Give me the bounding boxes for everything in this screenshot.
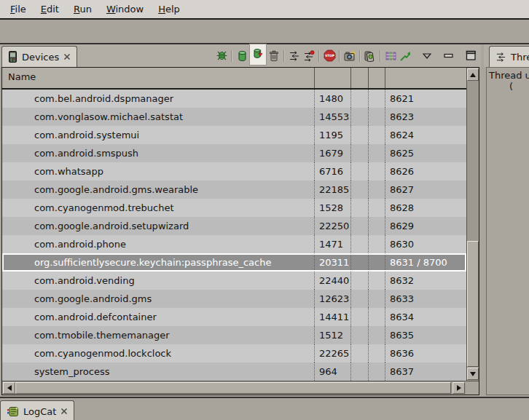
cell-pid: 1195 — [314, 126, 350, 144]
cell-name: com.google.android.gms.wearable — [2, 181, 314, 199]
screen-capture-icon[interactable] — [342, 49, 357, 63]
threads-message-line2: ( — [487, 81, 529, 92]
systrace-icon[interactable] — [383, 49, 398, 63]
threads-icon — [495, 52, 506, 63]
update-threads-icon[interactable] — [287, 49, 302, 63]
cell-name: com.android.vending — [2, 272, 314, 290]
cell-pid: 22440 — [314, 272, 350, 290]
scroll-right-button[interactable] — [452, 382, 465, 394]
arrow-down-icon — [470, 372, 476, 376]
cell-empty-1 — [350, 362, 368, 381]
cell-empty-1 — [350, 235, 368, 253]
tab-devices[interactable]: Devices — [1, 46, 77, 67]
cell-empty-2 — [368, 253, 385, 272]
cell-name: com.bel.android.dspmanager — [2, 90, 314, 108]
device-views-icon[interactable] — [363, 49, 377, 63]
cell-empty-1 — [350, 272, 368, 290]
cell-empty-1 — [350, 108, 368, 126]
devices-panel: Devices — [0, 44, 481, 397]
opengl-trace-icon[interactable] — [398, 49, 412, 63]
maximize-icon[interactable] — [463, 49, 478, 63]
menu-file[interactable]: File — [3, 1, 34, 17]
cell-name: com.vonglasow.michael.satstat — [2, 108, 314, 126]
column-divider[interactable] — [368, 68, 369, 88]
device-client-row[interactable]: com.android.systemui 1195 8624 — [2, 126, 466, 144]
device-client-row[interactable]: com.google.android.gms.wearable 22185 86… — [2, 181, 466, 199]
column-header-name[interactable]: Name — [8, 71, 36, 82]
device-client-row[interactable]: com.google.android.gms 12623 8633 — [2, 290, 466, 308]
close-icon[interactable] — [60, 408, 68, 415]
stop-process-icon[interactable]: STOP — [322, 49, 337, 63]
column-divider[interactable] — [385, 68, 385, 88]
cell-port: 8625 — [385, 144, 466, 162]
start-method-profiling-icon[interactable] — [302, 49, 316, 63]
cell-empty-2 — [368, 326, 385, 344]
menu-edit[interactable]: Edit — [34, 1, 66, 17]
device-client-row[interactable]: com.cyanogenmod.trebuchet 1528 8628 — [2, 199, 466, 217]
cell-name: com.android.phone — [2, 235, 314, 253]
close-icon[interactable] — [63, 53, 71, 60]
scroll-down-button[interactable] — [467, 368, 479, 380]
cell-empty-2 — [368, 362, 385, 381]
cell-port: 8635 — [385, 326, 466, 344]
arrow-up-icon — [470, 73, 476, 77]
device-client-row[interactable]: system_process 964 8637 — [2, 362, 466, 381]
update-heap-icon[interactable] — [235, 49, 249, 63]
view-menu-icon[interactable] — [420, 49, 434, 63]
devices-table-header: Name — [2, 68, 479, 90]
toolbar-separator — [380, 50, 381, 62]
threads-tabbar: Threads — [484, 44, 529, 67]
menu-run[interactable]: Run — [66, 1, 99, 17]
device-client-row[interactable]: com.android.defcontainer 14411 8634 — [2, 308, 466, 326]
device-client-row[interactable]: com.google.android.setupwizard 22250 862… — [2, 217, 466, 235]
cell-port: 8634 — [385, 308, 466, 326]
column-divider[interactable] — [314, 68, 315, 88]
toolbar-separator — [339, 50, 340, 62]
devices-toolbar: STOP — [214, 44, 478, 67]
vertical-scrollbar[interactable] — [466, 68, 479, 381]
scroll-left-button[interactable] — [3, 382, 15, 394]
cell-name: org.sufficientlysecure.keychain:passphra… — [2, 253, 314, 272]
menu-help[interactable]: Help — [151, 1, 187, 17]
toolbar-separator — [359, 50, 361, 62]
arrow-left-icon — [7, 385, 12, 391]
cell-port: 8631 / 8700 — [385, 253, 466, 272]
cause-gc-icon[interactable] — [267, 49, 281, 63]
device-client-row[interactable]: com.bel.android.dspmanager 1480 8621 — [2, 90, 466, 108]
device-client-row[interactable]: org.sufficientlysecure.keychain:passphra… — [2, 253, 466, 272]
cell-pid: 14553 — [314, 108, 350, 126]
device-client-row[interactable]: com.whatsapp 6716 8626 — [2, 162, 466, 181]
menu-window[interactable]: Window — [99, 1, 151, 17]
device-client-row[interactable]: com.cyanogenmod.lockclock 22265 8636 — [2, 344, 466, 362]
tab-logcat[interactable]: LogCat — [0, 400, 74, 420]
device-client-row[interactable]: com.android.smspush 1679 8625 — [2, 144, 466, 162]
tab-threads[interactable]: Threads — [489, 46, 529, 67]
scroll-up-button[interactable] — [467, 68, 479, 81]
cell-pid: 964 — [314, 362, 350, 381]
cell-pid: 1512 — [314, 326, 350, 344]
cell-pid: 22265 — [314, 344, 350, 362]
horizontal-scrollbar-thumb[interactable] — [15, 382, 451, 394]
column-divider[interactable] — [350, 68, 351, 88]
cell-name: system_process — [2, 362, 314, 381]
horizontal-scrollbar[interactable] — [2, 381, 479, 395]
device-client-row[interactable]: com.android.vending 22440 8632 — [2, 272, 466, 290]
debug-process-icon[interactable] — [214, 49, 229, 63]
device-client-row[interactable]: com.vonglasow.michael.satstat 14553 8623 — [2, 108, 466, 126]
cell-pid: 1471 — [314, 235, 350, 253]
dump-hprof-icon[interactable] — [249, 44, 267, 66]
minimize-icon[interactable] — [442, 49, 456, 63]
vertical-scrollbar-thumb[interactable] — [467, 241, 479, 367]
cell-pid: 1480 — [314, 90, 350, 108]
device-client-row[interactable]: com.tmobile.thememanager 1512 8635 — [2, 326, 466, 344]
toolbar-separator — [318, 50, 320, 62]
cell-empty-1 — [350, 144, 368, 162]
cell-pid: 22185 — [314, 181, 350, 199]
device-client-row[interactable]: com.android.phone 1471 8630 — [2, 235, 466, 253]
scrollbar-corner — [466, 381, 479, 395]
cell-name: com.google.android.gms — [2, 290, 314, 308]
cell-port: 8628 — [385, 199, 466, 217]
ddms-window: File Edit Run Window Help — [0, 0, 529, 420]
devices-tabbar: Devices — [0, 44, 481, 67]
cell-empty-1 — [350, 181, 368, 199]
